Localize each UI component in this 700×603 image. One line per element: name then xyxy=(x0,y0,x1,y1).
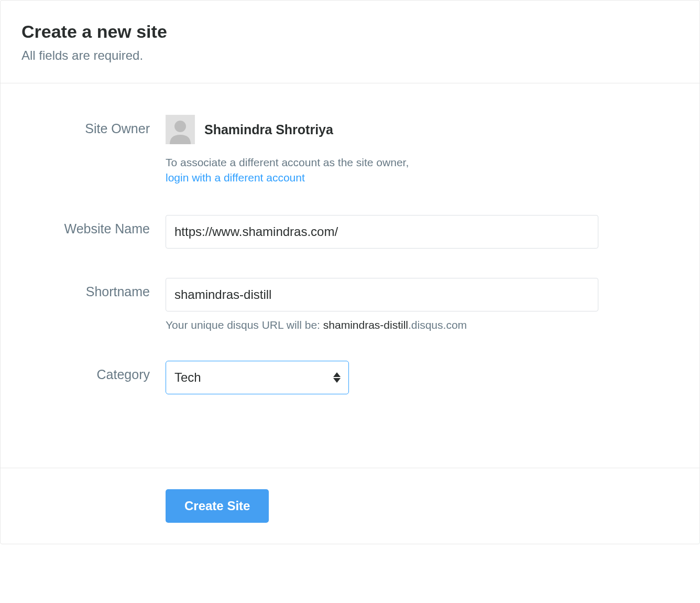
category-row: Category Tech xyxy=(21,361,679,394)
category-select[interactable]: Tech xyxy=(166,361,349,394)
shortname-label: Shortname xyxy=(86,284,150,299)
site-owner-name: Shamindra Shrotriya xyxy=(204,122,333,137)
site-owner-display: Shamindra Shrotriya xyxy=(166,115,598,144)
website-name-input[interactable] xyxy=(166,215,598,249)
category-label: Category xyxy=(97,367,150,382)
shortname-helper: Your unique disqus URL will be: shamindr… xyxy=(166,319,598,331)
svg-point-1 xyxy=(174,121,186,132)
create-site-panel: Create a new site All fields are require… xyxy=(0,0,700,544)
site-owner-help: To associate a different account as the … xyxy=(166,155,598,186)
avatar-placeholder-icon xyxy=(166,115,195,144)
create-site-button[interactable]: Create Site xyxy=(166,489,269,523)
page-subtitle: All fields are required. xyxy=(21,48,679,63)
panel-header: Create a new site All fields are require… xyxy=(1,1,699,83)
panel-footer: Create Site xyxy=(1,468,699,544)
website-name-row: Website Name xyxy=(21,215,679,249)
form-body: Site Owner Shamindra Shrotriya To associ… xyxy=(1,83,699,468)
login-different-account-link[interactable]: login with a different account xyxy=(166,171,305,184)
shortname-input[interactable] xyxy=(166,278,598,311)
page-title: Create a new site xyxy=(21,21,679,42)
site-owner-label: Site Owner xyxy=(85,121,150,136)
avatar xyxy=(166,115,195,144)
site-owner-row: Site Owner Shamindra Shrotriya To associ… xyxy=(21,115,679,186)
website-name-label: Website Name xyxy=(64,221,150,236)
shortname-row: Shortname Your unique disqus URL will be… xyxy=(21,278,679,331)
